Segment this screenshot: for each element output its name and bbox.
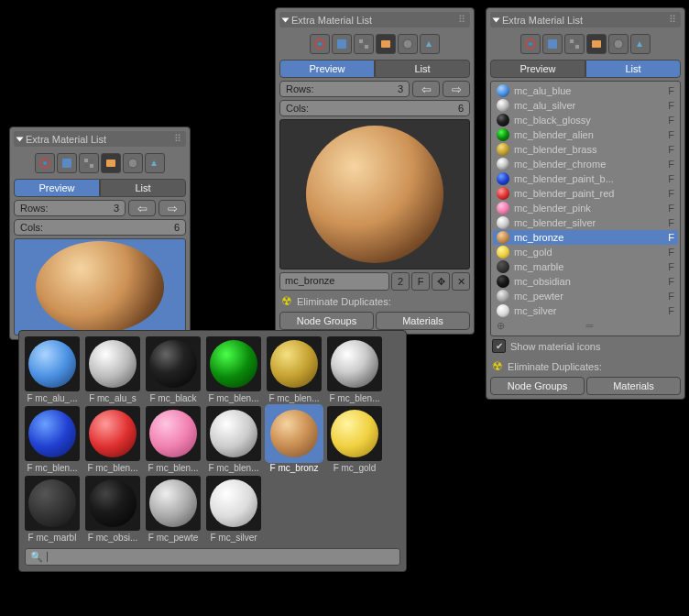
list-item[interactable]: mc_blender_brassF xyxy=(493,142,678,157)
prev-button[interactable]: ⇦ xyxy=(128,200,156,216)
grid-cell[interactable]: F mc_alu_s xyxy=(85,336,140,403)
grid-cell[interactable]: F mc_alu_... xyxy=(25,336,80,403)
grid-cell[interactable]: F mc_blen... xyxy=(267,336,322,403)
prev-button[interactable]: ⇦ xyxy=(412,81,440,97)
list-item[interactable]: mc_black_glossyF xyxy=(493,113,678,127)
mode-icon-2[interactable] xyxy=(564,34,585,54)
list-item[interactable]: mc_pewterF xyxy=(493,289,678,303)
grid-label: F mc_marbl xyxy=(25,531,80,543)
grid-cell[interactable]: F mc_black xyxy=(146,336,201,403)
remove-button[interactable]: ✕ xyxy=(452,272,470,291)
mode-icon-0[interactable] xyxy=(35,153,55,173)
mode-icon-0[interactable] xyxy=(520,34,541,54)
rows-field[interactable]: Rows:3 xyxy=(14,200,126,216)
mode-icon-3[interactable] xyxy=(101,153,121,173)
mode-icon-4[interactable] xyxy=(398,34,418,54)
grid-cell[interactable]: F mc_gold xyxy=(327,406,382,473)
materials-button[interactable]: Materials xyxy=(586,377,681,395)
flag: F xyxy=(668,217,674,228)
svg-point-19 xyxy=(529,42,532,46)
list-item[interactable]: mc_blender_alienF xyxy=(493,127,678,142)
users-count[interactable]: 2 xyxy=(391,272,410,291)
next-button[interactable]: ⇨ xyxy=(443,81,470,97)
mode-icon-5[interactable] xyxy=(420,34,440,54)
tab-preview[interactable]: Preview xyxy=(490,60,585,78)
grid-cell[interactable]: F mc_blen... xyxy=(85,406,140,473)
mode-icon-1[interactable] xyxy=(57,153,77,173)
material-sphere xyxy=(28,479,76,527)
list-item[interactable]: mc_marbleF xyxy=(493,259,678,274)
flag: F xyxy=(668,291,674,302)
material-ball-icon xyxy=(497,84,509,97)
grid-cell[interactable]: F mc_bronz xyxy=(267,406,322,473)
mode-icon-2[interactable] xyxy=(79,153,99,173)
mode-icon-4[interactable] xyxy=(608,34,629,54)
cols-field[interactable]: Cols:6 xyxy=(279,100,470,116)
node-groups-button[interactable]: Node Groups xyxy=(490,377,585,395)
drag-handle-icon[interactable]: ═ xyxy=(586,320,594,332)
mode-icon-1[interactable] xyxy=(332,34,352,54)
mode-icon-3[interactable] xyxy=(586,34,607,54)
tab-preview[interactable]: Preview xyxy=(279,60,375,78)
cols-field[interactable]: Cols:6 xyxy=(14,219,186,236)
next-button[interactable]: ⇨ xyxy=(159,200,186,216)
material-ball-icon xyxy=(497,128,509,141)
mode-icon-1[interactable] xyxy=(542,34,563,54)
list-item[interactable]: mc_blender_paint_redF xyxy=(493,186,678,201)
grid-cell[interactable]: F mc_blen... xyxy=(25,406,80,473)
grid-cell[interactable]: F mc_pewte xyxy=(146,476,201,543)
fake-user-button[interactable]: F xyxy=(411,272,430,291)
tab-list[interactable]: List xyxy=(100,179,186,197)
list-item[interactable]: mc_bronzeF xyxy=(493,230,678,245)
grip-icon[interactable]: ⠿ xyxy=(174,133,182,145)
node-groups-button[interactable]: Node Groups xyxy=(279,312,374,330)
mode-icon-5[interactable] xyxy=(630,34,651,54)
panel-header[interactable]: Extra Material List⠿ xyxy=(279,12,470,28)
material-sphere xyxy=(210,340,257,388)
materials-button[interactable]: Materials xyxy=(376,312,470,330)
list-item[interactable]: mc_alu_blueF xyxy=(493,83,678,98)
panel-header[interactable]: Extra Material List⠿ xyxy=(14,131,186,147)
list-item[interactable]: mc_goldF xyxy=(493,245,678,259)
preview-box[interactable] xyxy=(14,238,186,336)
grip-icon[interactable]: ⠿ xyxy=(458,14,466,26)
list-item[interactable]: mc_blender_pinkF xyxy=(493,201,678,215)
grid-cell[interactable]: F mc_silver xyxy=(206,476,261,543)
grid-cell[interactable]: F mc_marbl xyxy=(25,476,80,543)
add-button[interactable]: ✥ xyxy=(432,272,450,291)
grip-icon[interactable]: ⠿ xyxy=(669,14,677,26)
grid-cell[interactable]: F mc_blen... xyxy=(206,406,261,473)
list-item[interactable]: mc_blender_chromeF xyxy=(493,157,678,171)
grid-label: F mc_bronz xyxy=(267,461,322,473)
mode-icon-4[interactable] xyxy=(123,153,143,173)
panel-header[interactable]: Extra Material List⠿ xyxy=(490,12,681,28)
mode-icon-0[interactable] xyxy=(310,34,330,54)
tab-list[interactable]: List xyxy=(585,60,681,78)
tabs: PreviewList xyxy=(14,179,186,197)
svg-rect-7 xyxy=(106,160,115,167)
grid-cell[interactable]: F mc_blen... xyxy=(146,406,201,473)
material-name-field[interactable]: mc_bronze xyxy=(279,272,389,291)
mode-icon-2[interactable] xyxy=(354,34,374,54)
list-item[interactable]: mc_blender_silverF xyxy=(493,215,678,230)
list-item[interactable]: mc_blender_paint_b...F xyxy=(493,171,678,186)
svg-rect-4 xyxy=(90,159,93,162)
list-item[interactable]: mc_silverF xyxy=(493,303,678,318)
grid-label: F mc_gold xyxy=(327,461,382,473)
mode-icon-3[interactable] xyxy=(376,34,396,54)
checkbox-icon: ✔ xyxy=(492,339,506,353)
list-item[interactable]: mc_alu_silverF xyxy=(493,98,678,113)
material-ball-icon xyxy=(497,114,509,126)
grid-cell[interactable]: F mc_blen... xyxy=(206,336,261,403)
grid-cell[interactable]: F mc_blen... xyxy=(327,336,382,403)
mode-icon-5[interactable] xyxy=(145,153,165,173)
flag: F xyxy=(668,276,674,287)
add-icon[interactable]: ⊕ xyxy=(497,320,505,332)
tab-list[interactable]: List xyxy=(375,60,470,78)
list-item[interactable]: mc_obsidianF xyxy=(493,274,678,289)
tab-preview[interactable]: Preview xyxy=(14,179,100,197)
search-field[interactable]: 🔍 xyxy=(25,548,400,566)
rows-field[interactable]: Rows:3 xyxy=(279,81,410,97)
show-icons-check[interactable]: ✔Show material icons xyxy=(490,336,681,356)
grid-cell[interactable]: F mc_obsi... xyxy=(85,476,140,543)
